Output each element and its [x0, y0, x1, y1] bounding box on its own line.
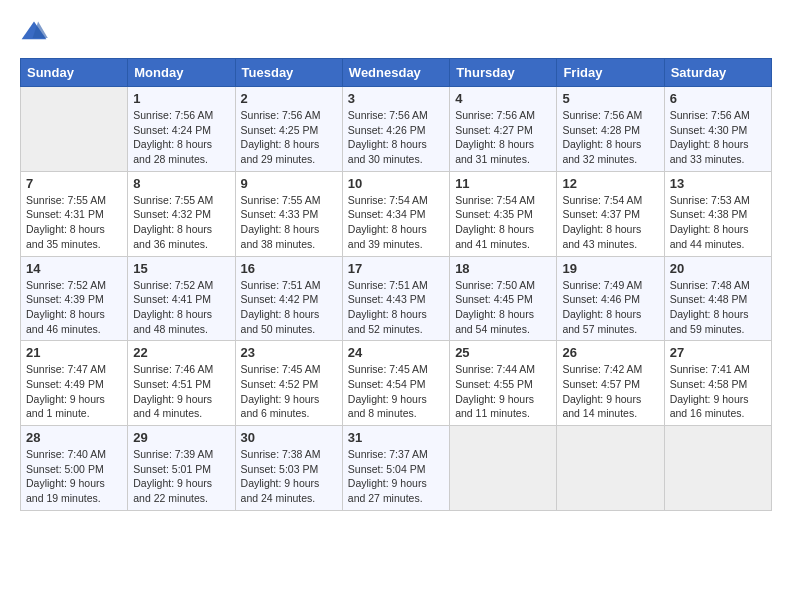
calendar-cell: 17Sunrise: 7:51 AMSunset: 4:43 PMDayligh… — [342, 256, 449, 341]
day-number: 14 — [26, 261, 122, 276]
header-saturday: Saturday — [664, 59, 771, 87]
day-info: Sunrise: 7:56 AMSunset: 4:28 PMDaylight:… — [562, 108, 658, 167]
day-info: Sunrise: 7:54 AMSunset: 4:37 PMDaylight:… — [562, 193, 658, 252]
page-header — [20, 20, 772, 42]
day-number: 1 — [133, 91, 229, 106]
calendar-table: SundayMondayTuesdayWednesdayThursdayFrid… — [20, 58, 772, 511]
day-info: Sunrise: 7:56 AMSunset: 4:27 PMDaylight:… — [455, 108, 551, 167]
calendar-cell: 26Sunrise: 7:42 AMSunset: 4:57 PMDayligh… — [557, 341, 664, 426]
calendar-cell: 24Sunrise: 7:45 AMSunset: 4:54 PMDayligh… — [342, 341, 449, 426]
calendar-cell: 5Sunrise: 7:56 AMSunset: 4:28 PMDaylight… — [557, 87, 664, 172]
day-number: 22 — [133, 345, 229, 360]
header-sunday: Sunday — [21, 59, 128, 87]
day-number: 12 — [562, 176, 658, 191]
day-info: Sunrise: 7:50 AMSunset: 4:45 PMDaylight:… — [455, 278, 551, 337]
day-number: 11 — [455, 176, 551, 191]
calendar-cell: 15Sunrise: 7:52 AMSunset: 4:41 PMDayligh… — [128, 256, 235, 341]
calendar-cell: 29Sunrise: 7:39 AMSunset: 5:01 PMDayligh… — [128, 426, 235, 511]
day-number: 25 — [455, 345, 551, 360]
day-info: Sunrise: 7:47 AMSunset: 4:49 PMDaylight:… — [26, 362, 122, 421]
day-info: Sunrise: 7:52 AMSunset: 4:41 PMDaylight:… — [133, 278, 229, 337]
day-number: 18 — [455, 261, 551, 276]
calendar-cell: 20Sunrise: 7:48 AMSunset: 4:48 PMDayligh… — [664, 256, 771, 341]
calendar-cell: 1Sunrise: 7:56 AMSunset: 4:24 PMDaylight… — [128, 87, 235, 172]
calendar-cell: 12Sunrise: 7:54 AMSunset: 4:37 PMDayligh… — [557, 171, 664, 256]
day-number: 20 — [670, 261, 766, 276]
day-info: Sunrise: 7:49 AMSunset: 4:46 PMDaylight:… — [562, 278, 658, 337]
day-info: Sunrise: 7:40 AMSunset: 5:00 PMDaylight:… — [26, 447, 122, 506]
calendar-cell: 4Sunrise: 7:56 AMSunset: 4:27 PMDaylight… — [450, 87, 557, 172]
calendar-week-row: 21Sunrise: 7:47 AMSunset: 4:49 PMDayligh… — [21, 341, 772, 426]
calendar-week-row: 28Sunrise: 7:40 AMSunset: 5:00 PMDayligh… — [21, 426, 772, 511]
day-info: Sunrise: 7:51 AMSunset: 4:43 PMDaylight:… — [348, 278, 444, 337]
day-number: 17 — [348, 261, 444, 276]
day-number: 13 — [670, 176, 766, 191]
calendar-cell: 10Sunrise: 7:54 AMSunset: 4:34 PMDayligh… — [342, 171, 449, 256]
day-number: 31 — [348, 430, 444, 445]
day-number: 3 — [348, 91, 444, 106]
calendar-week-row: 7Sunrise: 7:55 AMSunset: 4:31 PMDaylight… — [21, 171, 772, 256]
day-number: 5 — [562, 91, 658, 106]
day-info: Sunrise: 7:45 AMSunset: 4:54 PMDaylight:… — [348, 362, 444, 421]
header-tuesday: Tuesday — [235, 59, 342, 87]
calendar-cell: 27Sunrise: 7:41 AMSunset: 4:58 PMDayligh… — [664, 341, 771, 426]
day-info: Sunrise: 7:54 AMSunset: 4:35 PMDaylight:… — [455, 193, 551, 252]
calendar-cell: 22Sunrise: 7:46 AMSunset: 4:51 PMDayligh… — [128, 341, 235, 426]
logo — [20, 20, 52, 42]
day-info: Sunrise: 7:48 AMSunset: 4:48 PMDaylight:… — [670, 278, 766, 337]
calendar-cell: 11Sunrise: 7:54 AMSunset: 4:35 PMDayligh… — [450, 171, 557, 256]
day-info: Sunrise: 7:39 AMSunset: 5:01 PMDaylight:… — [133, 447, 229, 506]
logo-icon — [20, 20, 48, 42]
day-number: 29 — [133, 430, 229, 445]
calendar-cell: 6Sunrise: 7:56 AMSunset: 4:30 PMDaylight… — [664, 87, 771, 172]
header-friday: Friday — [557, 59, 664, 87]
calendar-cell: 3Sunrise: 7:56 AMSunset: 4:26 PMDaylight… — [342, 87, 449, 172]
day-number: 7 — [26, 176, 122, 191]
day-info: Sunrise: 7:55 AMSunset: 4:33 PMDaylight:… — [241, 193, 337, 252]
day-number: 19 — [562, 261, 658, 276]
day-info: Sunrise: 7:44 AMSunset: 4:55 PMDaylight:… — [455, 362, 551, 421]
day-number: 23 — [241, 345, 337, 360]
day-number: 9 — [241, 176, 337, 191]
calendar-cell: 18Sunrise: 7:50 AMSunset: 4:45 PMDayligh… — [450, 256, 557, 341]
calendar-cell: 19Sunrise: 7:49 AMSunset: 4:46 PMDayligh… — [557, 256, 664, 341]
day-info: Sunrise: 7:45 AMSunset: 4:52 PMDaylight:… — [241, 362, 337, 421]
calendar-cell: 30Sunrise: 7:38 AMSunset: 5:03 PMDayligh… — [235, 426, 342, 511]
calendar-cell: 14Sunrise: 7:52 AMSunset: 4:39 PMDayligh… — [21, 256, 128, 341]
day-number: 28 — [26, 430, 122, 445]
day-info: Sunrise: 7:55 AMSunset: 4:31 PMDaylight:… — [26, 193, 122, 252]
calendar-week-row: 14Sunrise: 7:52 AMSunset: 4:39 PMDayligh… — [21, 256, 772, 341]
calendar-cell — [664, 426, 771, 511]
day-info: Sunrise: 7:56 AMSunset: 4:26 PMDaylight:… — [348, 108, 444, 167]
day-info: Sunrise: 7:56 AMSunset: 4:30 PMDaylight:… — [670, 108, 766, 167]
calendar-week-row: 1Sunrise: 7:56 AMSunset: 4:24 PMDaylight… — [21, 87, 772, 172]
header-wednesday: Wednesday — [342, 59, 449, 87]
day-info: Sunrise: 7:54 AMSunset: 4:34 PMDaylight:… — [348, 193, 444, 252]
calendar-cell: 9Sunrise: 7:55 AMSunset: 4:33 PMDaylight… — [235, 171, 342, 256]
calendar-cell — [557, 426, 664, 511]
day-number: 26 — [562, 345, 658, 360]
day-number: 15 — [133, 261, 229, 276]
day-info: Sunrise: 7:37 AMSunset: 5:04 PMDaylight:… — [348, 447, 444, 506]
day-info: Sunrise: 7:42 AMSunset: 4:57 PMDaylight:… — [562, 362, 658, 421]
day-info: Sunrise: 7:52 AMSunset: 4:39 PMDaylight:… — [26, 278, 122, 337]
day-number: 6 — [670, 91, 766, 106]
day-number: 30 — [241, 430, 337, 445]
header-monday: Monday — [128, 59, 235, 87]
day-number: 27 — [670, 345, 766, 360]
day-info: Sunrise: 7:46 AMSunset: 4:51 PMDaylight:… — [133, 362, 229, 421]
day-info: Sunrise: 7:38 AMSunset: 5:03 PMDaylight:… — [241, 447, 337, 506]
day-info: Sunrise: 7:51 AMSunset: 4:42 PMDaylight:… — [241, 278, 337, 337]
calendar-cell — [21, 87, 128, 172]
day-info: Sunrise: 7:41 AMSunset: 4:58 PMDaylight:… — [670, 362, 766, 421]
calendar-cell: 28Sunrise: 7:40 AMSunset: 5:00 PMDayligh… — [21, 426, 128, 511]
day-info: Sunrise: 7:56 AMSunset: 4:25 PMDaylight:… — [241, 108, 337, 167]
calendar-cell: 31Sunrise: 7:37 AMSunset: 5:04 PMDayligh… — [342, 426, 449, 511]
calendar-cell: 13Sunrise: 7:53 AMSunset: 4:38 PMDayligh… — [664, 171, 771, 256]
day-number: 4 — [455, 91, 551, 106]
day-number: 2 — [241, 91, 337, 106]
day-info: Sunrise: 7:55 AMSunset: 4:32 PMDaylight:… — [133, 193, 229, 252]
calendar-cell: 2Sunrise: 7:56 AMSunset: 4:25 PMDaylight… — [235, 87, 342, 172]
header-thursday: Thursday — [450, 59, 557, 87]
day-number: 8 — [133, 176, 229, 191]
